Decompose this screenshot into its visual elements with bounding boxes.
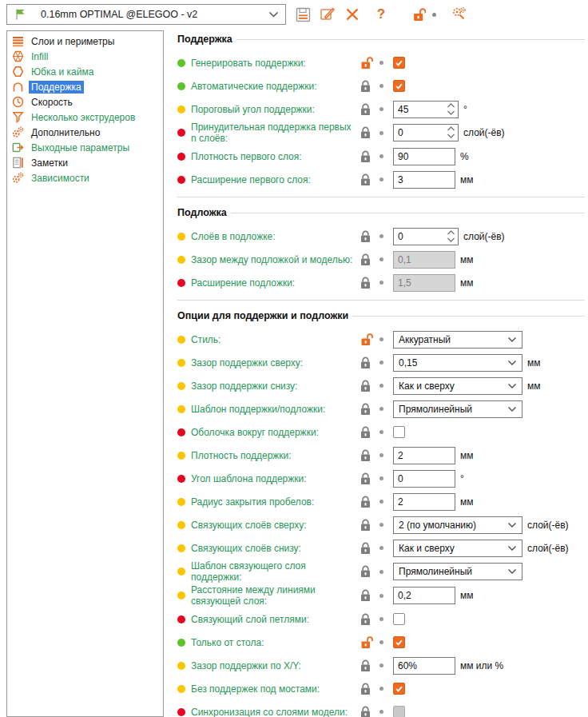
text-input: [393, 251, 455, 269]
lock-icon[interactable]: [360, 496, 379, 508]
spin-up-icon: [447, 229, 455, 236]
unit-label: мм: [527, 357, 541, 368]
sidebar-item-output[interactable]: Выходные параметры: [10, 140, 163, 155]
unit-label: %: [460, 151, 469, 162]
sidebar-item-layers[interactable]: Слои и периметры: [10, 34, 163, 49]
checkbox[interactable]: [393, 683, 405, 695]
spin-arrows[interactable]: [447, 102, 455, 116]
spin-up-icon: [447, 102, 455, 109]
setting-row: Пороговый угол поддержки: °: [177, 98, 585, 120]
sidebar-item-advanced[interactable]: Дополнительно: [10, 125, 163, 140]
setting-label: Зазор поддержки по X/Y:: [191, 660, 360, 671]
sidebar-item-infill[interactable]: Infill: [10, 49, 163, 64]
text-input[interactable]: [393, 470, 455, 488]
sidebar-item-skirt[interactable]: Юбка и кайма: [10, 64, 163, 79]
lock-icon[interactable]: [360, 449, 379, 462]
lock-icon[interactable]: [360, 542, 379, 555]
text-input[interactable]: [393, 587, 455, 604]
sidebar-item-dependencies[interactable]: Зависимости: [10, 170, 163, 185]
revert-dot-icon: [379, 594, 383, 598]
lock-icon[interactable]: [360, 519, 379, 532]
lock-icon[interactable]: [360, 230, 379, 243]
text-input[interactable]: [393, 148, 455, 165]
checkbox[interactable]: [393, 80, 405, 92]
lock-open-icon[interactable]: [360, 333, 379, 346]
delete-icon[interactable]: [344, 6, 361, 23]
flag-icon: [14, 8, 28, 21]
rename-icon[interactable]: [319, 6, 336, 23]
setting-label: Генерировать поддержки:: [191, 58, 360, 69]
lock-icon[interactable]: [360, 253, 379, 266]
lock-icon[interactable]: [360, 683, 379, 695]
status-dot: [177, 359, 185, 367]
spin-arrows[interactable]: [447, 125, 455, 139]
chevron-down-icon: [507, 337, 517, 343]
lock-icon[interactable]: [360, 150, 379, 163]
sidebar-item-speed[interactable]: Скорость: [10, 94, 163, 110]
lock-open-icon[interactable]: [360, 57, 379, 70]
spin-down-icon: [447, 237, 455, 243]
lock-open-icon[interactable]: [411, 6, 428, 23]
text-input[interactable]: [393, 493, 455, 511]
lock-icon[interactable]: [360, 380, 379, 392]
setting-row: Стиль: Аккуратный: [177, 329, 585, 350]
chevron-down-icon: [507, 360, 517, 366]
dropdown[interactable]: Аккуратный: [393, 331, 522, 349]
sidebar-item-support[interactable]: Поддержка: [10, 79, 163, 94]
sidebar-item-notes[interactable]: Заметки: [10, 155, 163, 170]
checkbox[interactable]: [393, 636, 405, 648]
notes-icon: [11, 157, 24, 169]
lock-icon[interactable]: [360, 706, 379, 717]
text-input[interactable]: [393, 447, 455, 464]
setting-row: Радиус закрытия пробелов: мм: [177, 491, 585, 512]
dropdown[interactable]: Как и сверху: [393, 377, 522, 395]
setting-row: Синхронизация со слоями модели:: [177, 701, 585, 717]
lock-open-icon[interactable]: [360, 636, 379, 649]
setting-label: Расширение подложки:: [191, 277, 360, 289]
dropdown[interactable]: 2 (по умолчанию): [393, 516, 522, 534]
lock-icon[interactable]: [360, 103, 379, 116]
lock-icon[interactable]: [360, 565, 379, 578]
revert-dot-icon: [379, 430, 383, 434]
text-input[interactable]: [393, 657, 455, 675]
lock-icon[interactable]: [360, 472, 379, 485]
skirt-icon: [11, 66, 24, 78]
preset-combobox[interactable]: 0.16mm OPTIMAL @ELEGOO - v2: [6, 4, 286, 25]
lock-icon[interactable]: [360, 126, 379, 139]
search-gear-icon[interactable]: [451, 6, 468, 23]
dropdown[interactable]: Как и сверху: [393, 540, 522, 557]
dropdown-value: 2 (по умолчанию): [399, 520, 476, 531]
setting-row: Плотность поддержки: мм: [177, 444, 585, 466]
extruders-icon: [11, 111, 24, 124]
lock-icon[interactable]: [360, 80, 379, 93]
lock-icon[interactable]: [360, 277, 379, 289]
save-icon[interactable]: [294, 6, 312, 23]
dropdown[interactable]: Прямолинейный: [393, 400, 522, 418]
lock-icon[interactable]: [360, 659, 379, 672]
dependencies-icon: [11, 172, 24, 185]
lock-icon[interactable]: [360, 357, 379, 369]
sidebar-item-extruders[interactable]: Несколько экструдеров: [10, 110, 163, 125]
lock-icon[interactable]: [360, 173, 379, 186]
lock-icon[interactable]: [360, 613, 379, 626]
lock-icon[interactable]: [360, 426, 379, 439]
status-dot: [177, 106, 185, 114]
checkbox[interactable]: [393, 426, 405, 438]
dropdown[interactable]: 0,15: [393, 354, 522, 372]
lock-icon[interactable]: [360, 403, 379, 416]
setting-label: Пороговый угол поддержки:: [191, 104, 360, 115]
help-icon[interactable]: ?: [372, 6, 390, 23]
spin-arrows[interactable]: [447, 229, 455, 243]
checkbox[interactable]: [393, 57, 405, 69]
text-input[interactable]: [393, 171, 455, 189]
settings-panel: Поддержка Генерировать поддержки: Автома…: [177, 32, 588, 717]
setting-label: Расстояние между линиями связующей слоя:: [191, 584, 360, 607]
checkbox[interactable]: [393, 613, 405, 625]
lock-icon[interactable]: [360, 589, 379, 602]
status-dot: [177, 708, 185, 716]
preset-toolbar: 0.16mm OPTIMAL @ELEGOO - v2 ?: [0, 0, 588, 27]
dropdown[interactable]: Прямолинейный: [393, 563, 522, 580]
sidebar-item-label: Скорость: [29, 96, 75, 109]
status-dot: [177, 82, 185, 90]
unit-label: слой(-ёв): [527, 520, 569, 531]
